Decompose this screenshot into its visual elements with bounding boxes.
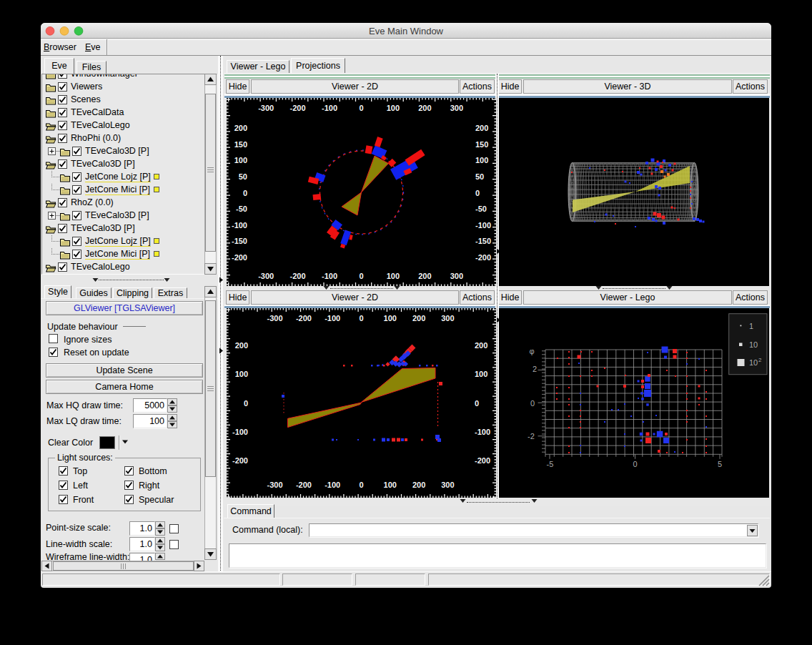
svg-text:-150: -150 [232,237,247,245]
svg-text:300: 300 [441,481,454,489]
svg-text:10: 10 [749,340,758,349]
svg-text:-2: -2 [528,432,535,440]
svg-text:150: 150 [475,140,488,149]
svg-text:200: 200 [475,124,488,132]
svg-text:2: 2 [533,365,537,373]
svg-text:100: 100 [384,314,397,322]
svg-text:φ: φ [529,347,534,355]
svg-text:-100: -100 [325,481,340,489]
svg-text:-300: -300 [267,314,283,322]
svg-text:100: 100 [234,156,247,164]
svg-text:0: 0 [475,189,480,197]
svg-text:-200: -200 [290,104,306,112]
svg-text:-5: -5 [547,460,554,468]
svg-text:200: 200 [418,272,431,280]
svg-text:-100: -100 [232,221,247,230]
svg-text:2: 2 [758,357,762,363]
svg-text:10: 10 [749,358,758,367]
svg-text:0: 0 [244,399,248,408]
svg-text:-200: -200 [475,456,490,465]
svg-text:200: 200 [418,104,431,112]
svg-text:100: 100 [235,370,248,378]
svg-text:-200: -200 [232,253,247,262]
svg-text:0: 0 [359,104,363,112]
svg-text:-100: -100 [475,428,490,436]
svg-text:-100: -100 [322,272,337,280]
svg-text:5: 5 [718,460,722,468]
svg-text:150: 150 [234,140,247,149]
svg-text:100: 100 [384,481,397,489]
svg-text:-200: -200 [290,272,306,280]
svg-text:0: 0 [359,314,363,322]
svg-text:300: 300 [450,104,463,112]
svg-text:100: 100 [475,156,488,164]
svg-text:-300: -300 [258,104,274,112]
svg-text:0: 0 [633,460,637,468]
svg-text:-200: -200 [296,314,312,322]
svg-text:200: 200 [475,341,487,350]
svg-text:-100: -100 [475,221,491,230]
svg-text:-50: -50 [475,205,487,213]
svg-text:-200: -200 [232,456,248,465]
svg-text:300: 300 [441,314,454,322]
svg-text:200: 200 [412,481,425,489]
svg-text:0: 0 [359,481,363,489]
svg-text:-300: -300 [258,272,274,280]
svg-text:100: 100 [387,104,400,112]
svg-text:50: 50 [475,172,484,181]
svg-text:200: 200 [235,341,248,350]
svg-text:50: 50 [239,172,247,181]
svg-text:-150: -150 [475,237,491,245]
svg-text:0: 0 [359,272,363,280]
svg-text:-200: -200 [296,481,312,489]
svg-text:-100: -100 [232,428,248,436]
svg-text:200: 200 [234,124,247,132]
svg-text:-100: -100 [322,104,337,112]
svg-text:1: 1 [749,322,753,330]
svg-text:300: 300 [450,272,463,280]
svg-text:0: 0 [243,189,247,197]
svg-text:-200: -200 [475,253,491,262]
svg-text:0: 0 [530,399,535,408]
svg-text:-300: -300 [267,481,283,489]
svg-text:100: 100 [387,272,400,280]
svg-text:200: 200 [412,314,425,322]
svg-text:0: 0 [475,399,479,408]
svg-text:-100: -100 [325,314,340,322]
svg-text:100: 100 [475,370,487,378]
svg-text:-50: -50 [236,205,247,213]
